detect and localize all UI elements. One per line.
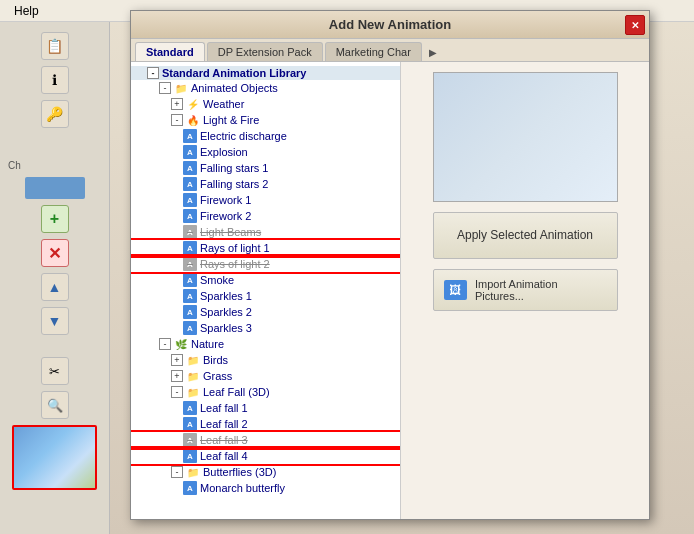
light-fire-icon: 🔥 <box>186 113 200 127</box>
dialog-title: Add New Animation <box>329 17 451 32</box>
tree-root[interactable]: - Standard Animation Library <box>131 66 400 80</box>
grass-label: Grass <box>203 370 232 382</box>
tree-animated-objects[interactable]: - 📁 Animated Objects <box>131 80 400 96</box>
sidebar-icon-2[interactable]: ℹ <box>41 66 69 94</box>
tree-weather[interactable]: + ⚡ Weather <box>131 96 400 112</box>
monarch-butterfly-label: Monarch butterfly <box>200 482 285 494</box>
tree-falling-stars-2[interactable]: A Falling stars 2 <box>131 176 400 192</box>
nature-expand: - <box>159 338 171 350</box>
grass-expand: + <box>171 370 183 382</box>
ch-label: Ch <box>0 160 21 171</box>
nature-label: Nature <box>191 338 224 350</box>
animated-objects-expand: - <box>159 82 171 94</box>
dialog-body: - Standard Animation Library - 📁 Animate… <box>131 62 649 519</box>
leaf-fall-3-label: Leaf fall 3 <box>200 434 248 446</box>
tree-monarch-butterfly[interactable]: A Monarch butterfly <box>131 480 400 496</box>
tree-sparkles-1[interactable]: A Sparkles 1 <box>131 288 400 304</box>
tree-explosion[interactable]: A Explosion <box>131 144 400 160</box>
light-beams-label: Light Beams <box>200 226 261 238</box>
tree-rays-of-light-2[interactable]: A Rays of light 2 <box>131 256 400 272</box>
butterflies-label: Butterflies (3D) <box>203 466 276 478</box>
tree-light-beams[interactable]: A Light Beams <box>131 224 400 240</box>
sidebar-icon-3[interactable]: 🔑 <box>41 100 69 128</box>
tree-leaf-fall-2[interactable]: A Leaf fall 2 <box>131 416 400 432</box>
animation-preview <box>433 72 618 202</box>
tree-leaf-fall-3d[interactable]: - 📁 Leaf Fall (3D) <box>131 384 400 400</box>
weather-label: Weather <box>203 98 244 110</box>
tree-firework-1[interactable]: A Firework 1 <box>131 192 400 208</box>
falling-stars-1-icon: A <box>183 161 197 175</box>
birds-label: Birds <box>203 354 228 366</box>
tree-nature[interactable]: - 🌿 Nature <box>131 336 400 352</box>
tree-leaf-fall-1[interactable]: A Leaf fall 1 <box>131 400 400 416</box>
leaf-fall-3-icon: A <box>183 433 197 447</box>
zoom-btn[interactable]: 🔍 <box>41 391 69 419</box>
tree-grass[interactable]: + 📁 Grass <box>131 368 400 384</box>
import-animation-button[interactable]: 🖼 Import Animation Pictures... <box>433 269 618 311</box>
tree-panel[interactable]: - Standard Animation Library - 📁 Animate… <box>131 62 401 519</box>
add-btn[interactable]: + <box>41 205 69 233</box>
tree-firework-2[interactable]: A Firework 2 <box>131 208 400 224</box>
leaf-fall-1-label: Leaf fall 1 <box>200 402 248 414</box>
delete-btn[interactable]: ✕ <box>41 239 69 267</box>
tab-marketing[interactable]: Marketing Char <box>325 42 422 61</box>
weather-expand: + <box>171 98 183 110</box>
sparkles-2-icon: A <box>183 305 197 319</box>
electric-discharge-label: Electric discharge <box>200 130 287 142</box>
nature-icon: 🌿 <box>174 337 188 351</box>
tree-electric-discharge[interactable]: A Electric discharge <box>131 128 400 144</box>
crop-btn[interactable]: ✂ <box>41 357 69 385</box>
down-btn[interactable]: ▼ <box>41 307 69 335</box>
tab-next-arrow[interactable]: ▶ <box>424 44 442 61</box>
tree-sparkles-3[interactable]: A Sparkles 3 <box>131 320 400 336</box>
dialog-titlebar: Add New Animation ✕ <box>131 11 649 39</box>
smoke-label: Smoke <box>200 274 234 286</box>
sparkles-2-label: Sparkles 2 <box>200 306 252 318</box>
leaf-fall-3d-label: Leaf Fall (3D) <box>203 386 270 398</box>
tab-dp-extension[interactable]: DP Extension Pack <box>207 42 323 61</box>
rays-of-light-2-icon: A <box>183 257 197 271</box>
rays-of-light-1-label: Rays of light 1 <box>200 242 270 254</box>
electric-discharge-icon: A <box>183 129 197 143</box>
leaf-fall-4-label: Leaf fall 4 <box>200 450 248 462</box>
tree-sparkles-2[interactable]: A Sparkles 2 <box>131 304 400 320</box>
tree-leaf-fall-4[interactable]: A Leaf fall 4 <box>131 448 400 464</box>
up-btn[interactable]: ▲ <box>41 273 69 301</box>
tree-falling-stars-1[interactable]: A Falling stars 1 <box>131 160 400 176</box>
tree-smoke[interactable]: A Smoke <box>131 272 400 288</box>
leaf-fall-4-icon: A <box>183 449 197 463</box>
help-menu[interactable]: Help <box>8 2 45 20</box>
light-fire-label: Light & Fire <box>203 114 259 126</box>
tree-root-label: Standard Animation Library <box>162 67 306 79</box>
right-panel: Apply Selected Animation 🖼 Import Animat… <box>401 62 649 519</box>
falling-stars-1-label: Falling stars 1 <box>200 162 268 174</box>
sparkles-1-label: Sparkles 1 <box>200 290 252 302</box>
rays-of-light-2-label: Rays of light 2 <box>200 258 270 270</box>
blue-bar <box>25 177 85 199</box>
light-fire-expand: - <box>171 114 183 126</box>
sidebar-icon-1[interactable]: 📋 <box>41 32 69 60</box>
root-expand-icon: - <box>147 67 159 79</box>
monarch-butterfly-icon: A <box>183 481 197 495</box>
import-icon: 🖼 <box>444 280 467 300</box>
tree-rays-of-light-1[interactable]: A Rays of light 1 <box>131 240 400 256</box>
sidebar-left: 📋 ℹ 🔑 Ch + ✕ ▲ ▼ ✂ 🔍 <box>0 22 110 534</box>
explosion-icon: A <box>183 145 197 159</box>
firework-1-label: Firework 1 <box>200 194 251 206</box>
tree-butterflies-3d[interactable]: - 📁 Butterflies (3D) <box>131 464 400 480</box>
tree-leaf-fall-3[interactable]: A Leaf fall 3 <box>131 432 400 448</box>
firework-1-icon: A <box>183 193 197 207</box>
sparkles-1-icon: A <box>183 289 197 303</box>
dialog-tabs: Standard DP Extension Pack Marketing Cha… <box>131 39 649 62</box>
tree-content: - Standard Animation Library - 📁 Animate… <box>131 62 400 500</box>
add-animation-dialog: Add New Animation ✕ Standard DP Extensio… <box>130 10 650 520</box>
tree-birds[interactable]: + 📁 Birds <box>131 352 400 368</box>
weather-icon: ⚡ <box>186 97 200 111</box>
tab-standard[interactable]: Standard <box>135 42 205 61</box>
falling-stars-2-label: Falling stars 2 <box>200 178 268 190</box>
apply-animation-button[interactable]: Apply Selected Animation <box>433 212 618 259</box>
close-button[interactable]: ✕ <box>625 15 645 35</box>
thumbnail <box>12 425 97 490</box>
tree-light-fire[interactable]: - 🔥 Light & Fire <box>131 112 400 128</box>
leaf-fall-3d-icon: 📁 <box>186 385 200 399</box>
